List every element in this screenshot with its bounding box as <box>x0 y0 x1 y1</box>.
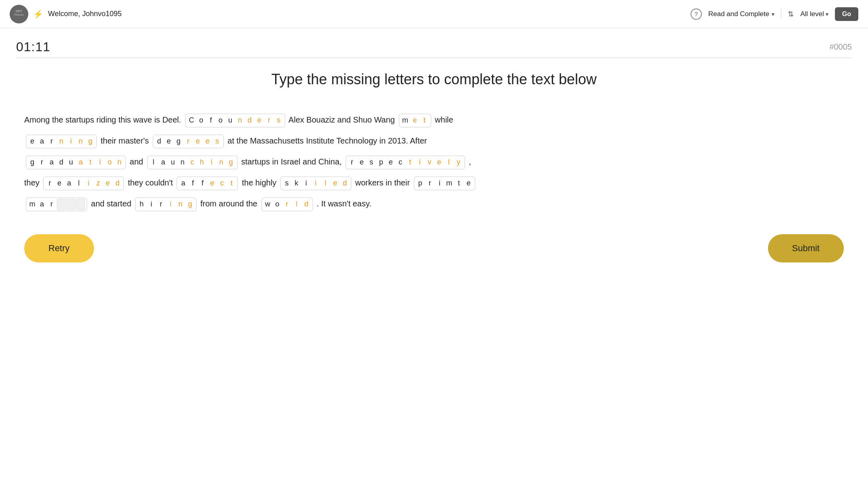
text-segment: and <box>130 157 143 166</box>
text-segment: the highly <box>242 178 277 187</box>
word-mar: m a r <box>26 198 87 211</box>
text-segment: and started <box>91 199 131 208</box>
word-respectively: r e s p e c t i v e l y <box>346 156 465 169</box>
text-segment: they couldn't <box>128 178 173 187</box>
level-label: All level <box>800 10 824 18</box>
word-primte: p r i m t e <box>414 177 475 190</box>
header-left: DET Phonix ⚡ Welcome, Johnvo1095 <box>10 5 122 23</box>
word-earning: e a r n i n g <box>26 135 97 148</box>
text-segment: at the Massachusetts Institute Technolog… <box>227 136 427 145</box>
text-segment: from around the <box>200 199 257 208</box>
instruction-text: Type the missing letters to complete the… <box>16 70 852 89</box>
mode-label: Read and Complete <box>708 10 769 18</box>
avatar: DET Phonix <box>10 5 28 23</box>
text-segment: Among the startups riding this wave is D… <box>24 115 181 124</box>
bolt-icon: ⚡ <box>33 9 43 19</box>
svg-text:Phonix: Phonix <box>14 13 23 16</box>
word-graduation: g r a d u a t i o n <box>26 156 126 169</box>
text-segment: startups in Israel and China, <box>241 157 342 166</box>
word-skilled: s k i i l e d <box>280 177 351 190</box>
retry-button[interactable]: Retry <box>24 234 94 262</box>
word-world: w o r l d <box>261 198 313 211</box>
text-segment: while <box>435 115 453 124</box>
word-launching: l a u n c h i n g <box>147 156 238 169</box>
chevron-down-icon: ▾ <box>772 11 774 17</box>
header-right: ? Read and Complete ▾ ⇅ All level ▾ Go <box>691 7 858 21</box>
submit-button[interactable]: Submit <box>768 234 844 262</box>
word-hiring: h i r i n g <box>135 198 196 211</box>
text-segment: workers in their <box>355 178 410 187</box>
word-realized: r e a l i z e d <box>43 177 124 190</box>
text-segment: , <box>469 157 471 166</box>
mode-selector[interactable]: Read and Complete ▾ <box>708 10 774 18</box>
text-segment: Alex Bouaziz and Shuo Wang <box>288 115 395 124</box>
word-met: m e t <box>399 114 431 127</box>
svg-text:DET: DET <box>16 9 22 13</box>
word-affect: a f f e c t <box>177 177 238 190</box>
text-segment: . It wasn't easy. <box>317 199 371 208</box>
timer-display: 01:11 <box>16 40 50 54</box>
divider <box>781 9 781 19</box>
exercise-area: Among the startups riding this wave is D… <box>16 109 852 214</box>
divider-line <box>16 58 852 58</box>
exercise-number: #0005 <box>829 42 852 52</box>
bottom-bar: Retry Submit <box>16 214 852 275</box>
go-button[interactable]: Go <box>835 7 858 21</box>
word-degrees: d e g r e e s <box>153 135 224 148</box>
sort-icon: ⇅ <box>788 10 794 19</box>
main-content: 01:11 #0005 Type the missing letters to … <box>0 28 868 275</box>
level-selector[interactable]: All level ▾ <box>800 10 828 18</box>
word-cofounders: C o f o u n d e r s <box>185 114 285 127</box>
text-segment: their master's <box>101 136 149 145</box>
page-header: DET Phonix ⚡ Welcome, Johnvo1095 ? Read … <box>0 0 868 28</box>
welcome-text: Welcome, Johnvo1095 <box>48 10 122 18</box>
help-icon[interactable]: ? <box>691 8 702 20</box>
timer-row: 01:11 #0005 <box>16 28 852 58</box>
chevron-down-icon-level: ▾ <box>826 11 828 17</box>
text-segment: they <box>24 178 40 187</box>
